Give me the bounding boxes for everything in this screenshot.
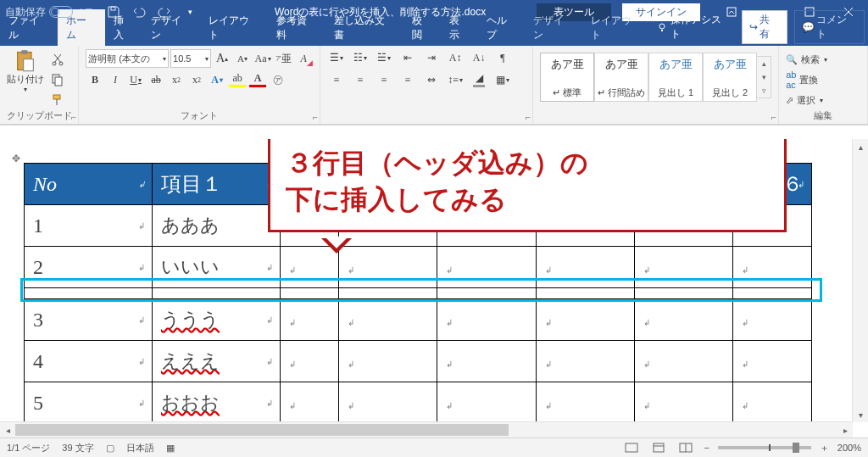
- scroll-right-icon[interactable]: ▸: [837, 422, 853, 437]
- vertical-scrollbar[interactable]: ▴ ▾: [852, 139, 868, 422]
- align-center-icon[interactable]: ≡: [351, 71, 370, 88]
- scroll-thumb[interactable]: [15, 424, 509, 436]
- save-icon[interactable]: [105, 3, 122, 20]
- align-left-icon[interactable]: ≡: [327, 71, 346, 88]
- style-gallery-scroll[interactable]: ▴▾▿: [757, 56, 771, 98]
- font-color-icon[interactable]: A: [248, 71, 267, 88]
- multilevel-icon[interactable]: ☱▾: [375, 49, 393, 66]
- language-indicator[interactable]: 日本語: [126, 442, 154, 454]
- dialog-launcher-icon[interactable]: ⌐: [771, 112, 776, 122]
- tab-review[interactable]: 校閲: [403, 9, 441, 46]
- paste-label: 貼り付け: [7, 73, 44, 86]
- italic-button[interactable]: I: [106, 71, 125, 88]
- table-row[interactable]: 3↲ ううう↲ ↲↲↲↲↲↲: [25, 299, 812, 341]
- show-marks-icon[interactable]: ¶: [493, 49, 512, 66]
- cut-icon[interactable]: [49, 51, 66, 68]
- scroll-left-icon[interactable]: ◂: [0, 422, 15, 437]
- table-inserted-row[interactable]: [25, 288, 812, 299]
- comment-button[interactable]: 💬コメント: [794, 10, 865, 44]
- bold-button[interactable]: B: [86, 71, 104, 88]
- svg-rect-11: [53, 95, 60, 99]
- undo-icon[interactable]: [131, 3, 147, 20]
- decrease-indent-icon[interactable]: ⇤: [398, 49, 417, 66]
- align-right-icon[interactable]: ≡: [375, 71, 393, 88]
- distributed-icon[interactable]: ⇔: [422, 71, 441, 88]
- macro-icon[interactable]: ▦: [166, 443, 175, 454]
- zoom-in-icon[interactable]: ＋: [820, 442, 829, 454]
- scroll-down-icon[interactable]: ▾: [853, 407, 868, 422]
- zoom-out-icon[interactable]: −: [704, 443, 709, 453]
- spell-check-icon[interactable]: ▢: [106, 443, 114, 454]
- superscript-button[interactable]: x2: [187, 71, 206, 88]
- tab-mailings[interactable]: 差し込み文書: [326, 9, 403, 46]
- document-canvas[interactable]: ✥ No↲ 項目１↲ 項 ６↲ 1↲ あああ↲ ↲↲↲↲↲↲ 2↲ いいい↲ ↲…: [0, 139, 853, 422]
- tab-table-design[interactable]: デザイン: [525, 9, 582, 46]
- table-row[interactable]: 4↲ えええ↲ ↲↲↲↲↲↲: [25, 341, 812, 382]
- numbering-icon[interactable]: ☷▾: [351, 49, 370, 66]
- zoom-slider[interactable]: [718, 446, 811, 449]
- grow-font-icon[interactable]: A▴: [213, 50, 231, 67]
- justify-icon[interactable]: ≡: [398, 71, 417, 88]
- format-painter-icon[interactable]: [49, 92, 66, 109]
- word-count[interactable]: 39 文字: [62, 442, 93, 454]
- dialog-launcher-icon[interactable]: ⌐: [71, 112, 76, 122]
- style-heading1[interactable]: あア亜見出し 1: [648, 53, 703, 102]
- bullets-icon[interactable]: ☰▾: [327, 49, 346, 66]
- status-bar: 1/1 ページ 39 文字 ▢ 日本語 ▦ − ＋ 200%: [0, 437, 868, 457]
- phonetic-guide-icon[interactable]: ア亜: [274, 50, 292, 67]
- paste-button[interactable]: 貼り付け ▾: [7, 49, 44, 109]
- svg-rect-10: [55, 77, 62, 86]
- font-size-combo[interactable]: 10.5▾: [170, 49, 211, 68]
- subscript-button[interactable]: x2: [167, 71, 186, 88]
- replace-button[interactable]: abac置換: [786, 71, 860, 88]
- increase-indent-icon[interactable]: ⇥: [422, 49, 441, 66]
- text-direction-icon[interactable]: A↕: [446, 49, 465, 66]
- style-nospacing[interactable]: あア亜↵ 行間詰め: [594, 53, 648, 102]
- scroll-up-icon[interactable]: ▴: [853, 139, 868, 154]
- tell-me-search[interactable]: 操作アシスト: [650, 8, 738, 46]
- style-normal[interactable]: あア亜↵ 標準: [540, 53, 594, 102]
- tab-help[interactable]: ヘルプ: [478, 9, 526, 46]
- document-area: ✥ No↲ 項目１↲ 項 ６↲ 1↲ あああ↲ ↲↲↲↲↲↲ 2↲ いいい↲ ↲…: [0, 125, 868, 437]
- tab-layout[interactable]: レイアウト: [200, 9, 268, 46]
- page-indicator[interactable]: 1/1 ページ: [7, 442, 50, 454]
- tab-references[interactable]: 参考資料: [268, 9, 326, 46]
- ruler[interactable]: [0, 125, 868, 140]
- tab-view[interactable]: 表示: [441, 9, 478, 46]
- dialog-launcher-icon[interactable]: ⌐: [313, 112, 318, 122]
- style-heading2[interactable]: あア亜見出し 2: [703, 53, 757, 102]
- zoom-value[interactable]: 200%: [837, 443, 861, 453]
- redo-icon[interactable]: [156, 3, 173, 20]
- read-mode-icon[interactable]: [622, 441, 641, 454]
- borders-icon[interactable]: ▦▾: [493, 71, 512, 88]
- change-case-icon[interactable]: Aa▾: [253, 50, 272, 67]
- shrink-font-icon[interactable]: A▾: [233, 50, 252, 67]
- print-layout-icon[interactable]: [649, 441, 668, 454]
- enclose-char-icon[interactable]: ㋐: [269, 71, 287, 88]
- text-effects-icon[interactable]: A▾: [208, 71, 226, 88]
- font-name-combo[interactable]: 游明朝 (本文の▾: [86, 49, 169, 68]
- strike-button[interactable]: ab: [147, 71, 165, 88]
- underline-button[interactable]: U▾: [126, 71, 145, 88]
- header-cell[interactable]: 項目１↲: [153, 164, 281, 205]
- shading-icon[interactable]: ◢: [470, 71, 488, 88]
- table-row[interactable]: 2↲ いいい↲ ↲↲↲↲↲↲: [25, 247, 812, 288]
- web-layout-icon[interactable]: [676, 441, 695, 454]
- highlight-icon[interactable]: ab: [228, 71, 247, 88]
- line-spacing-icon[interactable]: ↕≡▾: [446, 71, 465, 88]
- table-row[interactable]: 5↲ おおお↲ ↲↲↲↲↲↲: [25, 382, 812, 423]
- sort-icon[interactable]: A↓: [470, 49, 488, 66]
- horizontal-scrollbar[interactable]: ◂ ▸: [0, 421, 853, 437]
- select-icon: ⬀: [786, 95, 793, 106]
- dialog-launcher-icon[interactable]: ⌐: [526, 112, 531, 122]
- clear-format-icon[interactable]: A◢: [294, 50, 313, 67]
- copy-icon[interactable]: [49, 71, 66, 88]
- select-button[interactable]: ⬀選択▾: [786, 92, 860, 109]
- table-anchor-icon[interactable]: ✥: [12, 153, 20, 164]
- tab-file[interactable]: ファイル: [0, 9, 58, 46]
- find-button[interactable]: 🔍検索▾: [786, 51, 860, 68]
- header-cell[interactable]: No↲: [25, 164, 153, 205]
- share-button[interactable]: ↪共有: [742, 10, 787, 44]
- tab-table-layout[interactable]: レイアウト: [582, 9, 650, 46]
- zoom-slider-handle[interactable]: [793, 443, 799, 453]
